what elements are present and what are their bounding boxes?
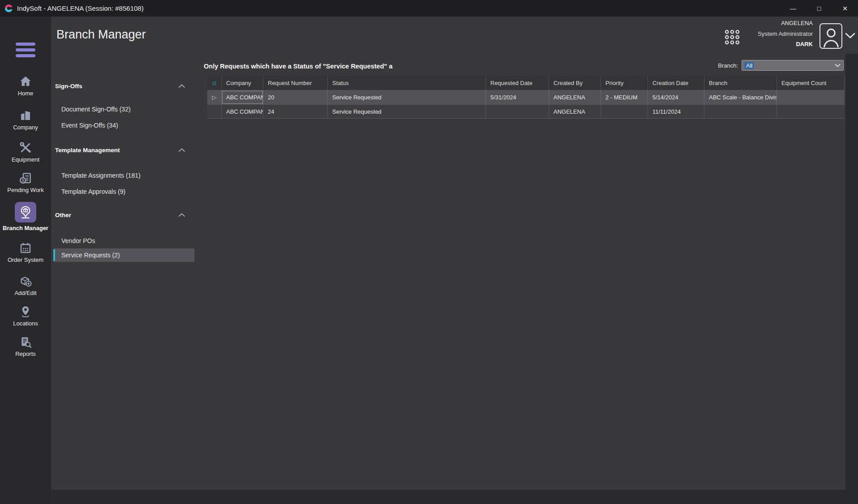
panel-item-service-requests[interactable]: Service Requests (2) — [53, 248, 194, 262]
reports-icon — [19, 335, 32, 349]
svg-text:$: $ — [22, 178, 24, 183]
sidebar-item-label: Equipment — [0, 156, 51, 163]
grid-customize-button[interactable]: ☼ — [207, 76, 222, 90]
close-button[interactable]: × — [832, 0, 858, 17]
cell-company[interactable]: ABC COMPAN — [222, 90, 263, 104]
column-header-status[interactable]: Status — [328, 76, 486, 90]
panel-item-template-approvals[interactable]: Template Approvals (9) — [53, 185, 194, 198]
section-title: Other — [55, 212, 71, 218]
chevron-down-icon[interactable] — [845, 32, 855, 40]
sidebar-item-locations[interactable]: Locations — [0, 305, 51, 327]
user-info: ANGELENA System Administrator DARK — [758, 20, 813, 47]
column-header-creation-date[interactable]: Creation Date — [648, 76, 704, 90]
order-system-icon — [19, 241, 32, 255]
row-expand-button[interactable] — [207, 105, 222, 118]
table-row[interactable]: ABC COMPAN 24 Service Requested ANGELENA… — [207, 105, 845, 119]
panel-item-label: Document Sign-Offs (32) — [61, 106, 131, 113]
panel-item-vendor-pos[interactable]: Vendor POs — [53, 234, 194, 248]
row-expand-button[interactable]: ▷ — [207, 90, 222, 104]
user-name: ANGELENA — [758, 20, 813, 26]
sidebar-item-pending-work[interactable]: $ Pending Work — [0, 171, 51, 193]
column-header-created-by[interactable]: Created By — [549, 76, 601, 90]
panel-item-label: Vendor POs — [61, 237, 95, 244]
panel-item-document-sign-offs[interactable]: Document Sign-Offs (32) — [53, 103, 194, 116]
panel-item-template-assignments[interactable]: Template Assignments (181) — [53, 169, 194, 182]
sidebar-item-label: Add/Edit — [0, 290, 51, 296]
cell-status[interactable]: Service Requested — [328, 105, 486, 118]
panel-item-event-sign-offs[interactable]: Event Sign-Offs (34) — [53, 119, 194, 132]
cell-priority[interactable] — [601, 105, 648, 118]
service-requests-table: ☼ Company Request Number Status Requeste… — [207, 76, 845, 119]
branch-manager-icon — [18, 205, 33, 219]
window-titlebar: IndySoft - ANGELENA (Session: #856108) —… — [0, 0, 858, 17]
column-header-priority[interactable]: Priority — [601, 76, 648, 90]
maximize-button[interactable]: □ — [806, 0, 832, 17]
sidebar-item-reports[interactable]: Reports — [0, 335, 51, 357]
equipment-icon — [19, 141, 32, 154]
indysoft-logo-icon — [4, 4, 13, 13]
sidebar-item-label: Branch Manager — [0, 224, 51, 232]
selected-indicator — [53, 249, 55, 261]
theme-label: DARK — [758, 41, 813, 47]
column-header-company[interactable]: Company — [222, 76, 263, 90]
table-row[interactable]: ▷ ABC COMPAN 20 Service Requested 5/31/2… — [207, 90, 845, 105]
cell-created-by[interactable]: ANGELENA — [549, 90, 601, 104]
branch-filter-value: All — [745, 62, 754, 69]
apps-grid-icon[interactable] — [725, 30, 740, 47]
branch-filter-dropdown[interactable]: All — [742, 60, 844, 71]
cell-status[interactable]: Service Requested — [328, 90, 486, 104]
section-title: Template Management — [55, 147, 120, 154]
cell-creation-date[interactable]: 5/14/2024 — [648, 90, 704, 104]
sidebar-item-home[interactable]: Home — [0, 75, 51, 97]
sidebar-item-order-system[interactable]: Order System — [0, 241, 51, 263]
window-title: IndySoft - ANGELENA (Session: #856108) — [17, 4, 144, 12]
sidebar-item-label: Order System — [0, 256, 51, 263]
window-edge-right — [845, 54, 858, 490]
company-icon — [19, 109, 32, 122]
hamburger-menu-icon[interactable] — [16, 43, 35, 57]
sidebar-item-add-edit[interactable]: Add/Edit — [0, 274, 51, 296]
row-expand-icon: ▷ — [212, 94, 217, 101]
table-header-row: ☼ Company Request Number Status Requeste… — [207, 76, 845, 90]
avatar-icon — [821, 26, 841, 48]
cell-branch[interactable]: ABC Scale - Balance Divisio — [704, 90, 777, 104]
sidebar: Home Company Equipment $ Pendin — [0, 17, 51, 504]
column-header-requested-date[interactable]: Requested Date — [486, 76, 549, 90]
branch-manager-panel: Sign-Offs Document Sign-Offs (32) Event … — [51, 17, 194, 490]
cell-priority[interactable]: 2 - MEDIUM — [601, 90, 648, 104]
cell-creation-date[interactable]: 11/11/2024 — [648, 105, 704, 118]
locations-icon — [19, 305, 32, 318]
chevron-up-icon — [178, 213, 185, 217]
column-header-request-number[interactable]: Request Number — [263, 76, 328, 90]
column-header-branch[interactable]: Branch — [704, 76, 777, 90]
avatar[interactable] — [819, 23, 842, 49]
cell-requested-date[interactable] — [486, 105, 549, 118]
panel-item-label: Service Requests (2) — [61, 252, 120, 259]
cell-requested-date[interactable]: 5/31/2024 — [486, 90, 549, 104]
sidebar-item-label: Company — [0, 124, 51, 131]
cell-company[interactable]: ABC COMPAN — [222, 105, 263, 118]
grid-section-title: Only Requests which have a Status of "Se… — [204, 63, 393, 70]
pending-work-icon: $ — [19, 171, 32, 185]
panel-item-label: Template Approvals (9) — [61, 188, 125, 195]
minimize-button[interactable]: — — [780, 0, 806, 17]
close-icon: × — [842, 4, 847, 13]
minimize-icon: — — [790, 5, 796, 12]
panel-item-label: Template Assignments (181) — [61, 172, 141, 179]
sidebar-item-company[interactable]: Company — [0, 109, 51, 131]
section-template-management[interactable]: Template Management — [55, 145, 185, 155]
window-edge-bottom — [51, 490, 858, 504]
section-other[interactable]: Other — [55, 210, 185, 220]
section-sign-offs[interactable]: Sign-Offs — [55, 81, 185, 91]
cell-created-by[interactable]: ANGELENA — [549, 105, 601, 118]
cell-branch[interactable] — [704, 105, 777, 118]
cell-request-number[interactable]: 20 — [263, 90, 328, 104]
cell-equipment-count[interactable] — [777, 105, 845, 118]
sidebar-item-branch-manager[interactable]: Branch Manager — [0, 202, 51, 232]
chevron-up-icon — [178, 148, 185, 152]
column-header-equipment-count[interactable]: Equipment Count — [777, 76, 845, 90]
sidebar-item-label: Reports — [0, 350, 51, 357]
sidebar-item-equipment[interactable]: Equipment — [0, 141, 51, 163]
cell-equipment-count[interactable] — [777, 90, 845, 104]
cell-request-number[interactable]: 24 — [263, 105, 328, 118]
